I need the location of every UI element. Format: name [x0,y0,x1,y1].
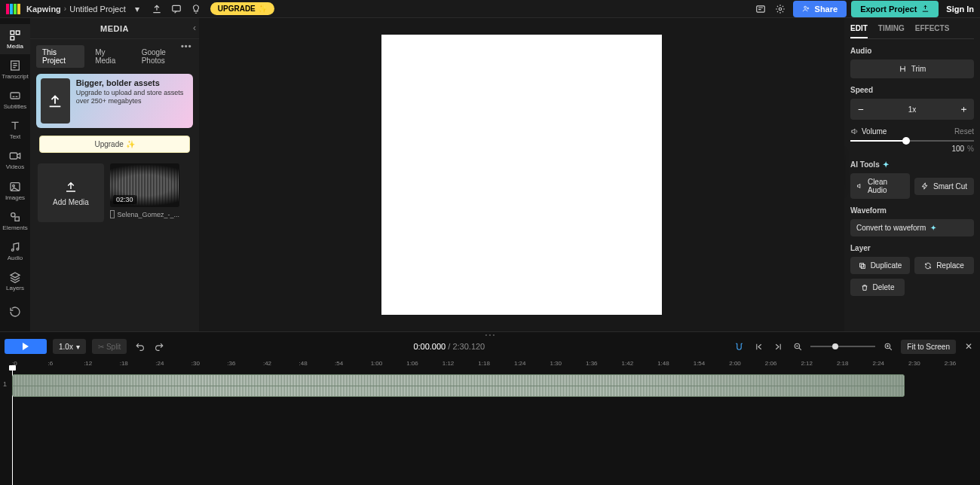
svg-point-3 [804,6,806,8]
convert-waveform-button[interactable]: Convert to waveform✦ [850,219,974,236]
top-bar: Kapwing › Untitled Project ▾ UPGRADE ✨ S… [0,0,980,18]
audio-clip-track[interactable] [12,374,905,397]
waveform-thumbnail: 02:30 [110,163,179,207]
changelog-icon[interactable] [752,1,769,17]
duplicate-button[interactable]: Duplicate [850,257,910,274]
sparkle-icon: ✦ [930,224,936,232]
media-panel: ‹ MEDIA ••• This Project My Media Google… [30,18,199,331]
add-media-button[interactable]: Add Media [38,163,104,222]
zoom-in-icon[interactable] [881,340,895,353]
zoom-slider[interactable] [810,346,875,347]
tab-timing[interactable]: TIMING [878,24,905,38]
rail-elements[interactable]: Elements [0,206,30,236]
export-button[interactable]: Export Project [851,1,939,17]
promo-upgrade-button[interactable]: Upgrade ✨ [39,136,190,153]
volume-value: 100 [951,145,964,153]
timeline-ruler[interactable]: :0:6:12:18:24:30:36:42:48:541:001:061:12… [0,356,980,367]
media-panel-title: MEDIA ••• [30,18,199,39]
rail-images[interactable]: Images [0,175,30,206]
speed-increase[interactable]: ＋ [953,99,974,120]
chevron-down-icon[interactable]: ▾ [129,1,145,17]
right-panel: EDIT TIMING EFFECTS Audio Trim Speed − 1… [844,18,980,331]
smart-cut-button[interactable]: Smart Cut [914,178,974,195]
rail-media[interactable]: Media [0,24,30,54]
tab-effects[interactable]: EFFECTS [915,24,950,38]
tab-this-project[interactable]: This Project [36,45,84,68]
upload-icon [41,78,70,124]
volume-reset[interactable]: Reset [954,127,974,136]
rail-layers[interactable]: Layers [0,267,30,297]
trim-button[interactable]: Trim [850,59,974,78]
volume-unit: % [967,145,974,153]
upgrade-pill[interactable]: UPGRADE ✨ [210,2,274,15]
section-waveform: Waveform [850,206,974,215]
svg-point-11 [13,185,15,187]
tab-my-media[interactable]: My Media [89,45,131,68]
delete-button[interactable]: Delete [850,279,905,296]
undo-icon[interactable] [133,340,146,353]
track-area[interactable]: 1 [0,367,980,485]
playback-rate[interactable]: 1.0x ▾ [53,339,86,354]
brand-name: Kapwing [26,5,61,14]
svg-rect-16 [861,264,865,268]
speed-value: 1x [871,105,953,114]
canvas[interactable] [381,35,662,315]
rail-videos[interactable]: Videos [0,145,30,175]
rail-history[interactable] [0,297,30,327]
media-clip[interactable]: 02:30 Selena_Gomez_-_... [110,163,179,222]
zoom-out-icon[interactable] [791,340,804,353]
redo-icon[interactable] [152,340,166,353]
close-icon[interactable]: ✕ [962,340,975,353]
tab-edit[interactable]: EDIT [850,24,868,38]
svg-rect-6 [11,36,14,40]
clean-audio-button[interactable]: Clean Audio [850,173,910,199]
svg-point-14 [11,249,14,252]
snap-icon[interactable] [732,340,746,353]
svg-point-12 [11,212,15,216]
share-button[interactable]: Share [793,1,847,17]
fit-to-screen-button[interactable]: Fit to Screen [901,340,956,354]
speed-decrease[interactable]: − [850,99,871,120]
project-name[interactable]: Untitled Project [69,5,126,14]
section-layer: Layer [850,244,974,252]
left-rail: Media Transcript Subtitles Text Videos I… [0,18,30,331]
split-button[interactable]: ✂ Split [92,339,127,354]
section-ai-tools: AI Tools✦ [850,160,974,169]
play-button[interactable] [5,339,47,354]
volume-slider[interactable] [850,140,974,142]
svg-rect-8 [11,93,20,99]
media-tabs: This Project My Media Google Photos [30,39,199,71]
comment-icon[interactable] [168,1,185,17]
upgrade-promo: Bigger, bolder assets Upgrade to upload … [36,74,193,128]
timeline: • • • 1.0x ▾ ✂ Split 0:00.000 / 2:30.120… [0,331,980,485]
volume-label: Volume [862,127,887,136]
replace-button[interactable]: Replace [914,257,974,274]
promo-body: Upgrade to upload and store assets over … [76,89,188,106]
speed-stepper[interactable]: − 1x ＋ [850,99,974,120]
svg-rect-5 [16,31,20,35]
play-icon [23,343,29,350]
gear-icon[interactable] [772,1,789,17]
rail-text[interactable]: Text [0,115,30,145]
rail-audio[interactable]: Audio [0,236,30,266]
chevron-right-icon: › [64,5,66,13]
rail-transcript[interactable]: Transcript [0,54,30,84]
rail-subtitles[interactable]: Subtitles [0,84,30,114]
svg-rect-0 [173,5,181,11]
sign-in-link[interactable]: Sign In [946,5,974,14]
upload-icon[interactable] [149,1,165,17]
logo [6,4,20,14]
waveform [13,375,904,396]
svg-rect-13 [15,217,19,221]
volume-icon [850,127,859,136]
clip-filename: Selena_Gomez_-_... [110,210,179,218]
more-icon[interactable]: ••• [181,41,194,50]
lightbulb-icon[interactable] [188,1,204,17]
clip-duration: 02:30 [113,195,136,204]
skip-end-icon[interactable] [771,340,785,353]
skip-start-icon[interactable] [752,340,765,353]
section-speed: Speed [850,86,974,94]
promo-title: Bigger, bolder assets [76,78,188,87]
svg-point-2 [779,8,782,11]
canvas-area[interactable] [199,18,844,331]
